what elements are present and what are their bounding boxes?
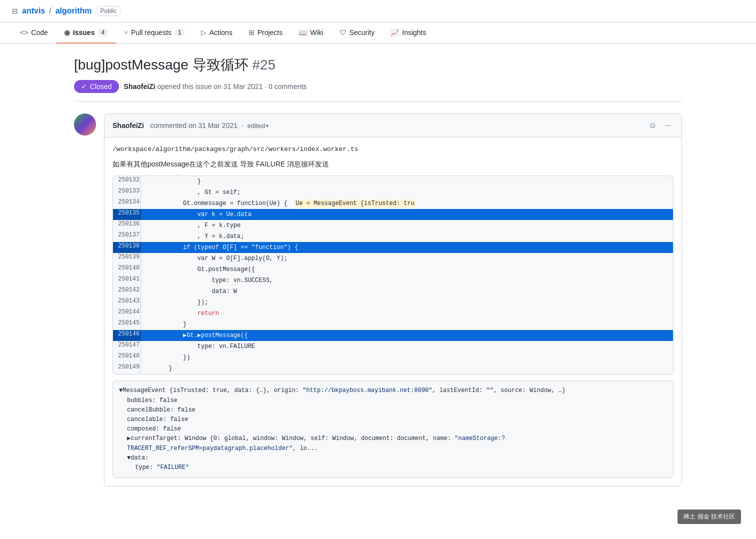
insights-icon: 📈 <box>390 28 399 36</box>
repo-name-link[interactable]: algorithm <box>56 6 92 16</box>
emoji-button[interactable]: ☺ <box>646 119 658 132</box>
line-number: 250140 <box>113 264 141 275</box>
repo-icon: ⊟ <box>12 7 18 15</box>
debug-output: ▼MessageEvent {isTrusted: true, data: {…… <box>112 380 674 478</box>
code-line-highlighted: 250146 ▶Gt.▶postMessage({ <box>113 330 673 341</box>
line-content: } <box>141 363 673 374</box>
debug-prop-bubbles: bubbles: false <box>127 396 667 406</box>
pr-badge: 1 <box>174 28 185 36</box>
line-content: } <box>141 176 673 187</box>
tab-security[interactable]: 🛡 Security <box>332 22 383 44</box>
tab-code[interactable]: <> Code <box>12 22 56 44</box>
line-content: ▶Gt.▶postMessage({ <box>141 330 673 341</box>
comment-section: ShaofeiZi commented on 31 Mar 2021 · edi… <box>74 114 682 486</box>
line-content: Gt.postMessage({ <box>141 264 673 275</box>
issue-number: #25 <box>252 57 276 72</box>
code-line: 250147 type: vn.FAILURE <box>113 341 673 352</box>
line-content: type: vn.SUCCESS, <box>141 275 673 286</box>
tab-insights[interactable]: 📈 Insights <box>382 22 434 44</box>
issue-description: 如果有其他postMessage在这个之前发送 导致 FAILURE 消息循环发… <box>112 159 674 170</box>
edited-dropdown[interactable]: edited ▾ <box>248 122 268 130</box>
line-number: 250138 <box>113 242 141 253</box>
code-line: 250142 data: W <box>113 286 673 297</box>
tab-projects[interactable]: ⊞ Projects <box>240 22 291 44</box>
line-number: 250134 <box>113 198 141 209</box>
line-number: 250139 <box>113 253 141 264</box>
tab-code-label: Code <box>31 28 48 36</box>
tab-wiki[interactable]: 📖 Wiki <box>290 22 331 44</box>
code-line: 250132 } <box>113 176 673 187</box>
line-content: }); <box>141 297 673 308</box>
edited-label: edited <box>248 122 265 130</box>
line-content: , Gt = self; <box>141 187 673 198</box>
issue-meta: ✓ Closed ShaofeiZi opened this issue on … <box>74 80 682 102</box>
repo-owner-link[interactable]: antvis <box>22 6 45 16</box>
line-content: , F = k.type <box>141 220 673 231</box>
line-number: 250148 <box>113 352 141 363</box>
comment-box: ShaofeiZi commented on 31 Mar 2021 · edi… <box>104 114 682 486</box>
line-content: Gt.onmessage = function(Ue) { Ue = Messa… <box>141 198 673 209</box>
code-line-highlighted: 250135 var k = Ue.data <box>113 209 673 220</box>
code-block[interactable]: 250132 } 250133 , Gt = self; 250134 Gt.o… <box>112 176 674 374</box>
issue-title: [bug]postMessage 导致循环 #25 <box>74 56 682 74</box>
line-content: , Y = k.data; <box>141 231 673 242</box>
comment-date-text: commented on 31 Mar 2021 <box>150 122 238 130</box>
line-content: var k = Ue.data <box>141 209 673 220</box>
code-icon: <> <box>20 28 28 36</box>
nav-tabs: <> Code ◉ Issues 4 ⑂ Pull requests 1 ▷ A… <box>0 22 756 44</box>
tab-issues[interactable]: ◉ Issues 4 <box>56 22 116 44</box>
chevron-down-icon: ▾ <box>266 123 268 128</box>
issue-comments-count: 0 comments <box>268 82 306 90</box>
tab-issues-label: Issues <box>73 28 95 36</box>
code-line: 250139 var W = O[F].apply(O, Y); <box>113 253 673 264</box>
line-content: }) <box>141 352 673 363</box>
closed-badge: ✓ Closed <box>74 80 119 93</box>
issue-author[interactable]: ShaofeiZi <box>124 82 156 90</box>
code-line: 250145 } <box>113 319 673 330</box>
comment-date <box>146 122 148 130</box>
code-line: 250141 type: vn.SUCCESS, <box>113 275 673 286</box>
code-line: 250143 }); <box>113 297 673 308</box>
issues-icon: ◉ <box>64 28 70 36</box>
issue-opened-text: opened this issue on 31 Mar 2021 · <box>158 82 269 90</box>
code-line: 250140 Gt.postMessage({ <box>113 264 673 275</box>
closed-label: Closed <box>90 82 112 90</box>
comment-author[interactable]: ShaofeiZi <box>112 122 144 130</box>
line-content: if (typeof O[F] == "function") { <box>141 242 673 253</box>
line-number: 250146 <box>113 330 141 341</box>
line-content: } <box>141 319 673 330</box>
line-number: 250132 <box>113 176 141 187</box>
more-options-button[interactable]: ··· <box>663 119 674 132</box>
issue-title-text: [bug]postMessage 导致循环 <box>74 57 248 72</box>
tab-actions[interactable]: ▷ Actions <box>193 22 240 44</box>
line-number: 250141 <box>113 275 141 286</box>
repo-title: ⊟ antvis / algorithm Public <box>12 6 121 16</box>
line-number: 250144 <box>113 308 141 319</box>
line-content: var W = O[F].apply(O, Y); <box>141 253 673 264</box>
repo-header: ⊟ antvis / algorithm Public <box>0 0 756 22</box>
code-line: 250148 }) <box>113 352 673 363</box>
line-number: 250145 <box>113 319 141 330</box>
wiki-icon: 📖 <box>298 28 307 36</box>
line-content: type: vn.FAILURE <box>141 341 673 352</box>
projects-icon: ⊞ <box>248 28 254 36</box>
line-content: data: W <box>141 286 673 297</box>
line-number: 250133 <box>113 187 141 198</box>
line-number: 250147 <box>113 341 141 352</box>
avatar <box>74 114 96 136</box>
line-content: return <box>141 308 673 319</box>
pr-icon: ⑂ <box>124 28 128 36</box>
line-number: 250136 <box>113 220 141 231</box>
code-line: 250136 , F = k.type <box>113 220 673 231</box>
tab-pr-label: Pull requests <box>131 28 172 36</box>
debug-line-1: ▼MessageEvent {isTrusted: true, data: {…… <box>119 386 667 396</box>
actions-icon: ▷ <box>201 28 206 36</box>
tab-pull-requests[interactable]: ⑂ Pull requests 1 <box>116 22 193 44</box>
debug-prop-type: type: "FAILURE" <box>135 463 667 472</box>
code-line: 250149 } <box>113 363 673 374</box>
visibility-badge: Public <box>96 6 122 16</box>
tab-wiki-label: Wiki <box>310 28 323 36</box>
tab-actions-label: Actions <box>210 28 232 36</box>
debug-prop-currentTarget: ▶currentTarget: Window {0: global, windo… <box>127 434 667 453</box>
debug-prop-cancelable: cancelable: false <box>127 415 667 424</box>
